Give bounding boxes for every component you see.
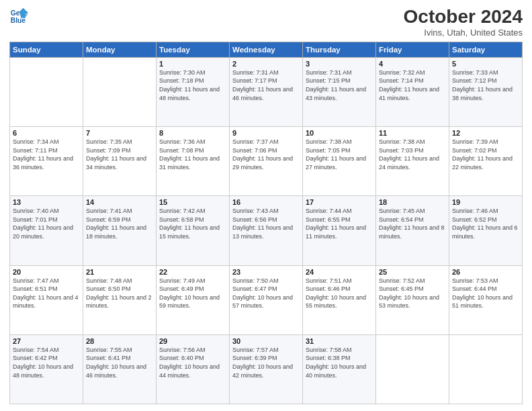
page-title: October 2024 [404,7,523,28]
day-number: 27 [13,337,80,345]
col-friday: Friday [376,42,449,57]
col-monday: Monday [83,42,157,57]
calendar-week-row: 13Sunrise: 7:40 AMSunset: 7:01 PMDayligh… [10,196,523,265]
day-detail: Sunrise: 7:34 AMSunset: 7:11 PMDaylight:… [13,138,80,171]
day-detail: Sunrise: 7:46 AMSunset: 6:52 PMDaylight:… [452,207,519,240]
table-row [376,334,449,404]
table-row: 1Sunrise: 7:30 AMSunset: 7:18 PMDaylight… [157,57,230,126]
table-row: 23Sunrise: 7:50 AMSunset: 6:47 PMDayligh… [230,265,303,334]
day-detail: Sunrise: 7:47 AMSunset: 6:51 PMDaylight:… [13,277,80,310]
day-number: 11 [379,129,446,137]
calendar-table: Sunday Monday Tuesday Wednesday Thursday… [9,42,523,404]
table-row: 13Sunrise: 7:40 AMSunset: 7:01 PMDayligh… [10,196,83,265]
day-number: 25 [379,268,446,276]
day-number: 2 [232,60,300,68]
day-detail: Sunrise: 7:35 AMSunset: 7:09 PMDaylight:… [86,138,153,171]
day-detail: Sunrise: 7:38 AMSunset: 7:05 PMDaylight:… [306,138,373,171]
col-tuesday: Tuesday [157,42,230,57]
day-number: 9 [232,129,300,137]
col-wednesday: Wednesday [230,42,303,57]
day-number: 3 [306,60,373,68]
header: General Blue October 2024 Ivins, Utah, U… [9,7,523,38]
calendar-week-row: 6Sunrise: 7:34 AMSunset: 7:11 PMDaylight… [10,127,523,196]
day-detail: Sunrise: 7:55 AMSunset: 6:41 PMDaylight:… [86,346,153,379]
table-row: 19Sunrise: 7:46 AMSunset: 6:52 PMDayligh… [449,196,523,265]
table-row: 26Sunrise: 7:53 AMSunset: 6:44 PMDayligh… [449,265,523,334]
calendar-week-row: 20Sunrise: 7:47 AMSunset: 6:51 PMDayligh… [10,265,523,334]
day-number: 7 [86,129,153,137]
day-number: 16 [232,198,300,206]
table-row: 24Sunrise: 7:51 AMSunset: 6:46 PMDayligh… [303,265,376,334]
calendar-week-row: 27Sunrise: 7:54 AMSunset: 6:42 PMDayligh… [10,334,523,404]
table-row: 14Sunrise: 7:41 AMSunset: 6:59 PMDayligh… [83,196,157,265]
table-row: 21Sunrise: 7:48 AMSunset: 6:50 PMDayligh… [83,265,157,334]
day-number: 31 [306,337,373,345]
day-detail: Sunrise: 7:54 AMSunset: 6:42 PMDaylight:… [13,346,80,379]
day-detail: Sunrise: 7:30 AMSunset: 7:18 PMDaylight:… [159,68,226,102]
day-detail: Sunrise: 7:52 AMSunset: 6:45 PMDaylight:… [379,277,446,310]
day-number: 13 [13,198,80,206]
day-number: 21 [86,268,153,276]
logo: General Blue [9,7,28,26]
day-number: 4 [379,60,446,68]
table-row: 6Sunrise: 7:34 AMSunset: 7:11 PMDaylight… [10,127,83,196]
day-number: 29 [159,337,226,345]
day-detail: Sunrise: 7:51 AMSunset: 6:46 PMDaylight:… [306,277,373,310]
day-detail: Sunrise: 7:33 AMSunset: 7:12 PMDaylight:… [452,68,519,102]
table-row: 16Sunrise: 7:43 AMSunset: 6:56 PMDayligh… [230,196,303,265]
table-row: 3Sunrise: 7:31 AMSunset: 7:15 PMDaylight… [303,57,376,126]
table-row: 27Sunrise: 7:54 AMSunset: 6:42 PMDayligh… [10,334,83,404]
day-detail: Sunrise: 7:53 AMSunset: 6:44 PMDaylight:… [452,277,519,310]
day-number: 19 [452,198,519,206]
table-row: 18Sunrise: 7:45 AMSunset: 6:54 PMDayligh… [376,196,449,265]
day-detail: Sunrise: 7:42 AMSunset: 6:58 PMDaylight:… [159,207,226,240]
logo-icon: General Blue [9,7,28,26]
table-row: 29Sunrise: 7:56 AMSunset: 6:40 PMDayligh… [157,334,230,404]
day-number: 5 [452,60,519,68]
day-detail: Sunrise: 7:50 AMSunset: 6:47 PMDaylight:… [232,277,300,310]
day-detail: Sunrise: 7:31 AMSunset: 7:15 PMDaylight:… [306,68,373,102]
table-row: 4Sunrise: 7:32 AMSunset: 7:14 PMDaylight… [376,57,449,126]
day-detail: Sunrise: 7:39 AMSunset: 7:02 PMDaylight:… [452,138,519,171]
table-row: 20Sunrise: 7:47 AMSunset: 6:51 PMDayligh… [10,265,83,334]
day-number: 1 [159,60,226,68]
table-row: 17Sunrise: 7:44 AMSunset: 6:55 PMDayligh… [303,196,376,265]
col-sunday: Sunday [10,42,83,57]
day-detail: Sunrise: 7:49 AMSunset: 6:49 PMDaylight:… [159,277,226,310]
day-number: 8 [159,129,226,137]
day-number: 28 [86,337,153,345]
day-number: 22 [159,268,226,276]
table-row: 22Sunrise: 7:49 AMSunset: 6:49 PMDayligh… [157,265,230,334]
table-row: 15Sunrise: 7:42 AMSunset: 6:58 PMDayligh… [157,196,230,265]
table-row: 11Sunrise: 7:38 AMSunset: 7:03 PMDayligh… [376,127,449,196]
day-detail: Sunrise: 7:56 AMSunset: 6:40 PMDaylight:… [159,346,226,379]
day-number: 23 [232,268,300,276]
table-row: 30Sunrise: 7:57 AMSunset: 6:39 PMDayligh… [230,334,303,404]
table-row: 2Sunrise: 7:31 AMSunset: 7:17 PMDaylight… [230,57,303,126]
day-number: 18 [379,198,446,206]
table-row [83,57,157,126]
day-detail: Sunrise: 7:37 AMSunset: 7:06 PMDaylight:… [232,138,300,171]
page-subtitle: Ivins, Utah, United States [404,28,523,38]
day-detail: Sunrise: 7:44 AMSunset: 6:55 PMDaylight:… [306,207,373,240]
col-thursday: Thursday [303,42,376,57]
page-container: General Blue October 2024 Ivins, Utah, U… [0,0,532,411]
day-detail: Sunrise: 7:43 AMSunset: 6:56 PMDaylight:… [232,207,300,240]
table-row: 5Sunrise: 7:33 AMSunset: 7:12 PMDaylight… [449,57,523,126]
day-detail: Sunrise: 7:31 AMSunset: 7:17 PMDaylight:… [232,68,300,102]
table-row: 9Sunrise: 7:37 AMSunset: 7:06 PMDaylight… [230,127,303,196]
day-detail: Sunrise: 7:57 AMSunset: 6:39 PMDaylight:… [232,346,300,379]
day-number: 17 [306,198,373,206]
table-row: 25Sunrise: 7:52 AMSunset: 6:45 PMDayligh… [376,265,449,334]
table-row [449,334,523,404]
calendar-week-row: 1Sunrise: 7:30 AMSunset: 7:18 PMDaylight… [10,57,523,126]
day-detail: Sunrise: 7:41 AMSunset: 6:59 PMDaylight:… [86,207,153,240]
day-number: 15 [159,198,226,206]
day-number: 30 [232,337,300,345]
day-detail: Sunrise: 7:45 AMSunset: 6:54 PMDaylight:… [379,207,446,240]
table-row [10,57,83,126]
day-detail: Sunrise: 7:36 AMSunset: 7:08 PMDaylight:… [159,138,226,171]
day-number: 26 [452,268,519,276]
day-number: 6 [13,129,80,137]
day-number: 14 [86,198,153,206]
